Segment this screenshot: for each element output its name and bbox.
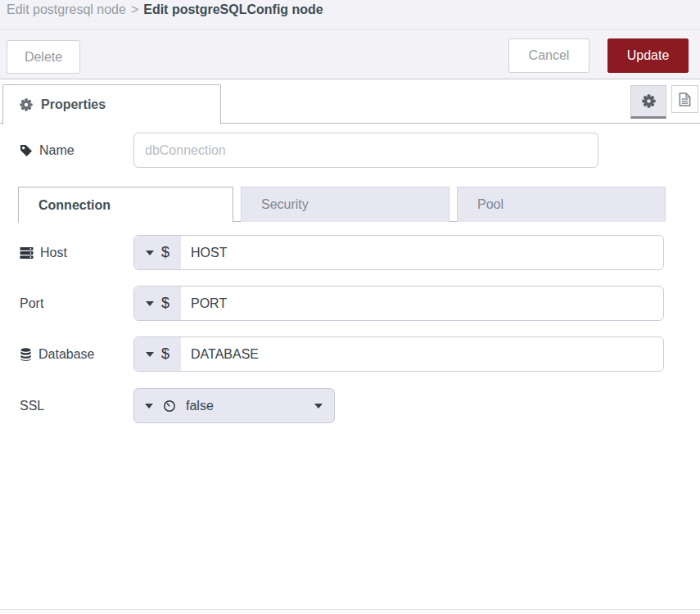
chevron-down-icon: [145, 404, 153, 409]
port-typed-input: $: [133, 286, 664, 321]
database-input[interactable]: [181, 337, 663, 371]
tab-properties[interactable]: Properties: [2, 84, 221, 124]
host-input[interactable]: [181, 236, 663, 269]
tray-toolbar: Delete Cancel Update: [0, 31, 700, 79]
name-input[interactable]: [133, 133, 598, 168]
ssl-label-text: SSL: [20, 399, 44, 413]
tab-connection[interactable]: Connection: [18, 187, 233, 223]
edit-form: Name Connection Security Pool Host: [0, 124, 700, 609]
chevron-down-icon: [146, 251, 154, 255]
edit-properties-button[interactable]: [630, 85, 666, 119]
port-input[interactable]: [181, 287, 663, 320]
ssl-label: SSL: [20, 388, 44, 423]
ssl-dropdown[interactable]: false: [133, 388, 335, 423]
delete-button[interactable]: Delete: [7, 40, 80, 74]
database-icon: [20, 348, 32, 361]
config-subtabs: Connection Security Pool: [18, 187, 666, 222]
update-button[interactable]: Update: [607, 38, 689, 73]
env-var-icon: $: [161, 295, 169, 312]
tab-pool-label: Pool: [477, 197, 504, 212]
port-label: Port: [20, 286, 43, 321]
breadcrumb-current: Edit postgreSQLConfig node: [143, 2, 323, 17]
tag-icon: [20, 144, 33, 157]
database-typed-input: $: [133, 336, 664, 372]
host-type-select-button[interactable]: $: [134, 236, 181, 269]
server-icon: [20, 246, 34, 260]
host-label-text: Host: [40, 246, 67, 260]
host-row: Host $: [0, 235, 700, 270]
port-type-select-button[interactable]: $: [134, 287, 181, 320]
tab-properties-label: Properties: [41, 97, 106, 112]
node-description-button[interactable]: [671, 85, 698, 113]
ssl-value: false: [186, 399, 305, 413]
bool-gauge-icon: [163, 400, 176, 413]
tab-pool[interactable]: Pool: [457, 187, 666, 222]
editor-tabbar: Properties: [0, 79, 700, 124]
breadcrumb-parent-link[interactable]: Edit postgresql node: [7, 2, 126, 17]
gear-icon: [20, 98, 33, 111]
database-label-text: Database: [38, 347, 95, 362]
breadcrumb-separator: >: [131, 2, 138, 17]
tab-connection-label: Connection: [38, 198, 111, 213]
breadcrumb: Edit postgresql node > Edit postgreSQLCo…: [0, 0, 700, 30]
name-label-text: Name: [39, 143, 75, 158]
chevron-down-icon: [146, 301, 154, 306]
gear-icon: [642, 94, 656, 108]
ssl-row: SSL false: [0, 388, 700, 423]
name-label: Name: [20, 133, 75, 168]
env-var-icon: $: [161, 244, 169, 261]
host-typed-input: $: [133, 235, 664, 270]
chevron-down-icon: [146, 352, 154, 357]
tab-security[interactable]: Security: [241, 187, 449, 222]
cancel-button[interactable]: Cancel: [508, 38, 589, 73]
host-label: Host: [20, 235, 67, 270]
env-var-icon: $: [161, 345, 169, 363]
database-label: Database: [20, 336, 95, 372]
chevron-down-icon: [314, 404, 323, 409]
document-icon: [679, 93, 691, 106]
database-type-select-button[interactable]: $: [134, 337, 181, 371]
tab-security-label: Security: [261, 197, 309, 212]
port-row: Port $: [0, 286, 700, 321]
name-row: Name: [0, 133, 700, 168]
tray-footer: [0, 609, 700, 614]
port-label-text: Port: [20, 296, 43, 311]
database-row: Database $: [0, 336, 700, 372]
